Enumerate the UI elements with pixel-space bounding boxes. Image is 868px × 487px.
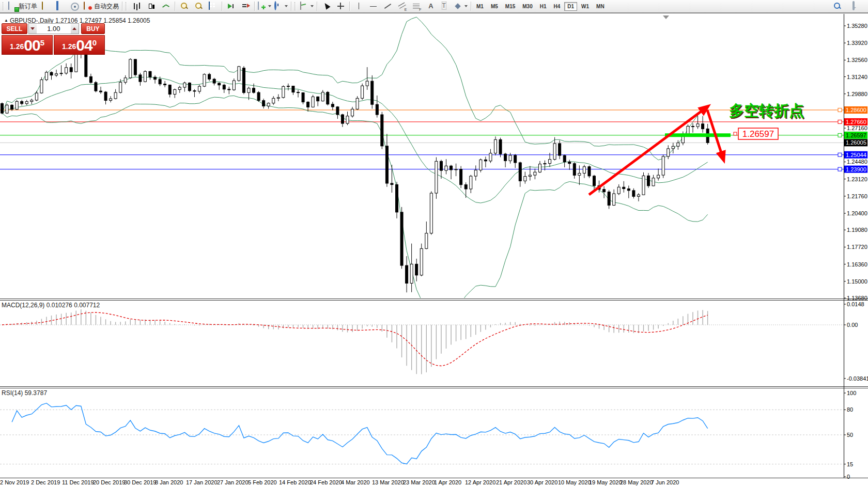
macd-signal-line — [2, 312, 708, 366]
label-anchor-square[interactable] — [734, 132, 737, 135]
date-label: 21 Apr 2020 — [496, 479, 526, 485]
date-label: 5 Feb 2020 — [248, 479, 277, 485]
main-price-panel — [0, 17, 844, 310]
svg-text:1.31240: 1.31240 — [847, 74, 867, 80]
volume-increase-button[interactable] — [71, 24, 79, 34]
date-label: 10 May 2020 — [558, 479, 591, 485]
price-axis[interactable]: 1.352801.339201.325601.312401.298801.271… — [844, 23, 867, 301]
rsi-axis-label: 50 — [847, 432, 853, 438]
date-label: 2 Dec 2019 — [31, 479, 60, 485]
rsi-axis-label: 15 — [847, 461, 853, 467]
svg-text:1.21760: 1.21760 — [847, 193, 867, 199]
macd-indicator-label: MACD(12,26,9) 0.010276 0.007712 — [2, 302, 100, 309]
rsi-axis-label: 0 — [847, 474, 850, 480]
date-label: 13 Mar 2020 — [372, 479, 404, 485]
svg-text:1.15000: 1.15000 — [847, 278, 867, 285]
date-label: 12 Apr 2020 — [465, 479, 495, 485]
date-label: 19 May 2020 — [589, 479, 622, 485]
macd-axis-label: 0.0148 — [847, 301, 864, 307]
hline-anchor-square[interactable] — [838, 167, 842, 171]
date-label: 11 Dec 2019 — [62, 479, 94, 485]
buy-price-small: 1.26 — [62, 40, 76, 53]
sell-price-small: 1.26 — [10, 40, 24, 53]
price-label-text: 1.26597 — [742, 129, 774, 139]
svg-text:1.26597: 1.26597 — [846, 132, 866, 138]
date-label: 27 Jan 2020 — [217, 479, 249, 485]
date-label: 17 Jan 2020 — [186, 479, 218, 485]
annotation-text[interactable]: 多空转折点 — [729, 102, 804, 119]
svg-text:1.24480: 1.24480 — [847, 159, 867, 165]
hline-anchor-square[interactable] — [838, 108, 842, 112]
time-axis[interactable]: 2 Nov 20192 Dec 201911 Dec 201920 Dec 20… — [0, 479, 679, 485]
svg-text:1.26005: 1.26005 — [846, 139, 866, 146]
macd-axis-label: 0.00 — [847, 322, 858, 328]
buy-price[interactable]: 1.26040 — [54, 35, 105, 55]
rsi-axis-label: 100 — [847, 390, 856, 396]
svg-text:1.23900: 1.23900 — [846, 166, 866, 172]
sell-price-big: 00 — [24, 38, 40, 53]
mt4-window: 新订单 自动交易 E F A T — [0, 0, 868, 487]
svg-text:1.29880: 1.29880 — [847, 91, 867, 97]
sell-button[interactable]: SELL — [2, 23, 27, 34]
triangle-down-icon — [30, 27, 35, 30]
hline-anchor-square[interactable] — [838, 153, 842, 156]
date-label: 2 Nov 2019 — [0, 479, 29, 485]
svg-text:1.35280: 1.35280 — [847, 23, 867, 29]
date-label: 24 Feb 2020 — [310, 479, 342, 485]
triangle-up-icon — [72, 27, 76, 30]
rsi-axis-label: 80 — [847, 406, 853, 413]
volume-stepper — [28, 23, 79, 34]
sell-price[interactable]: 1.26005 — [2, 35, 53, 55]
svg-text:1.17720: 1.17720 — [847, 244, 867, 250]
bollinger-upper-band — [2, 17, 708, 160]
svg-text:1.20400: 1.20400 — [847, 210, 867, 216]
date-label: 23 Mar 2020 — [403, 479, 435, 485]
svg-text:1.16360: 1.16360 — [847, 261, 867, 268]
svg-text:1.33920: 1.33920 — [847, 40, 867, 46]
date-label: 14 Feb 2020 — [279, 479, 311, 485]
collapse-arrow-icon[interactable]: ▲ — [4, 18, 8, 23]
chart-shift-marker[interactable] — [663, 15, 669, 19]
date-label: 20 Dec 2019 — [93, 479, 125, 485]
date-label: 30 Apr 2020 — [527, 479, 557, 485]
date-label: 1 Apr 2020 — [434, 479, 461, 485]
macd-axis-label: -0.038415 — [847, 375, 868, 382]
svg-text:1.19080: 1.19080 — [847, 227, 867, 233]
date-label: 28 May 2020 — [620, 479, 653, 485]
svg-text:1.27160: 1.27160 — [847, 125, 867, 131]
candlestick-series — [1, 42, 709, 292]
date-label: 7 Jun 2020 — [651, 479, 679, 485]
hline-anchor-square[interactable] — [838, 133, 842, 137]
date-label: 8 Jan 2020 — [155, 479, 183, 485]
date-label: 30 Dec 2019 — [124, 479, 156, 485]
bollinger-lower-band — [2, 96, 708, 309]
svg-text:1.27660: 1.27660 — [846, 119, 866, 125]
chart-window: 多空转折点多空转折点1.265971.352801.339201.325601.… — [0, 13, 868, 487]
volume-decrease-button[interactable] — [29, 24, 37, 34]
sell-price-sup: 5 — [40, 33, 44, 53]
svg-text:1.23120: 1.23120 — [847, 176, 867, 182]
price-chart-canvas: 多空转折点多空转折点1.265971.352801.339201.325601.… — [0, 1, 868, 487]
date-label: 4 Mar 2020 — [341, 479, 370, 485]
rsi-panel — [0, 403, 844, 464]
rsi-line — [12, 403, 708, 464]
svg-text:1.25044: 1.25044 — [846, 152, 866, 158]
one-click-trading-panel: SELL BUY 1.26005 1.26040 — [2, 23, 105, 55]
svg-text:1.32560: 1.32560 — [847, 57, 867, 63]
hline-anchor-square[interactable] — [838, 120, 842, 123]
svg-text:1.28600: 1.28600 — [846, 107, 866, 113]
macd-panel — [0, 309, 844, 374]
rsi-indicator-label: RSI(14) 59.3787 — [2, 389, 47, 397]
buy-price-sup: 0 — [92, 33, 97, 53]
buy-price-big: 04 — [76, 38, 92, 53]
svg-text:1.13680: 1.13680 — [847, 295, 867, 301]
